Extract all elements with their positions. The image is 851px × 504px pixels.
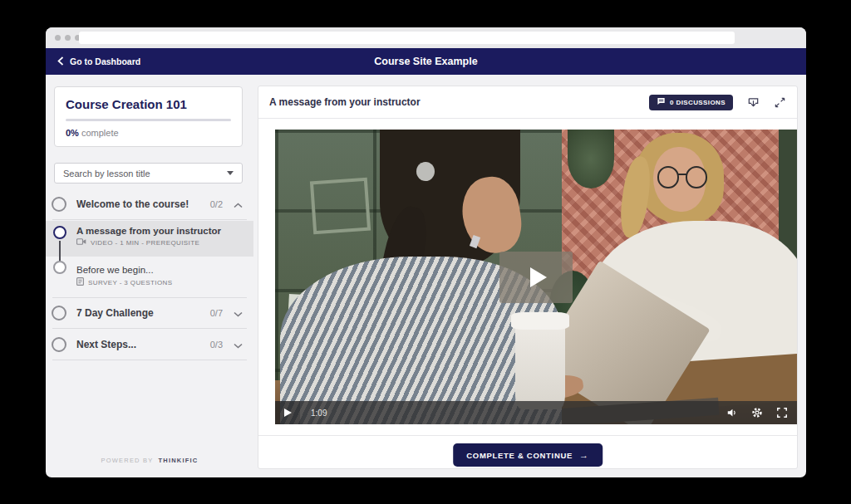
section-welcome[interactable]: Welcome to the course! 0/2 bbox=[46, 193, 253, 216]
footer-divider bbox=[258, 435, 797, 436]
section-progress-circle-icon bbox=[52, 306, 66, 321]
progress-bar bbox=[66, 119, 231, 121]
discussions-count-label: 0 DISCUSSIONS bbox=[670, 99, 726, 106]
lesson-meta: VIDEO - 1 MIN - PREREQUISITE bbox=[76, 238, 245, 247]
download-icon[interactable] bbox=[746, 95, 760, 110]
section-label: Welcome to the course! bbox=[76, 198, 189, 210]
lesson-progress-circle-icon bbox=[53, 226, 66, 239]
address-bar[interactable] bbox=[79, 32, 735, 44]
lesson-meta: SURVEY - 3 QUESTIONS bbox=[76, 277, 245, 287]
section-7-day-challenge[interactable]: 7 Day Challenge 0/7 bbox=[46, 301, 253, 325]
lesson-search-select[interactable]: Search by lesson title bbox=[54, 163, 243, 183]
sidebar-divider bbox=[52, 297, 247, 298]
window-control-dots[interactable] bbox=[55, 35, 81, 41]
section-count: 0/7 bbox=[210, 308, 223, 318]
progress-text: 0% complete bbox=[66, 128, 231, 138]
photo-plant bbox=[568, 130, 615, 188]
complete-continue-label: COMPLETE & CONTINUE bbox=[466, 451, 573, 460]
progress-label: complete bbox=[81, 128, 119, 138]
video-right-controls bbox=[726, 407, 788, 418]
chevron-up-icon[interactable] bbox=[234, 197, 243, 212]
thinkific-brand: THINKIFIC bbox=[159, 457, 199, 464]
section-count: 0/2 bbox=[210, 199, 223, 209]
section-next-steps[interactable]: Next Steps... 0/3 bbox=[46, 333, 253, 356]
lesson-progress-circle-icon bbox=[53, 261, 66, 274]
progress-percent: 0% bbox=[66, 128, 79, 138]
photo-picture-frame bbox=[310, 178, 371, 235]
sidebar-divider bbox=[52, 360, 247, 360]
photo-coffee-cup-lid bbox=[511, 312, 568, 330]
course-progress-card: Course Creation 101 0% complete bbox=[54, 86, 243, 147]
video-control-bar: 1:09 bbox=[275, 401, 797, 424]
chevron-down-icon[interactable] bbox=[234, 306, 243, 321]
lesson-item-message-instructor[interactable]: A message from your instructor VIDEO - 1… bbox=[46, 221, 253, 257]
top-nav: Go to Dashboard Course Site Example bbox=[46, 48, 806, 75]
volume-icon[interactable] bbox=[726, 407, 738, 418]
section-progress-circle-icon bbox=[52, 337, 66, 352]
photo-glasses bbox=[678, 174, 686, 175]
sidebar-divider bbox=[52, 328, 247, 329]
chevron-down-icon[interactable] bbox=[234, 337, 243, 352]
lesson-title: Before we begin... bbox=[76, 265, 245, 275]
lesson-title: A message from your instructor bbox=[76, 226, 245, 236]
window-dot-icon[interactable] bbox=[65, 35, 71, 41]
play-button[interactable] bbox=[275, 401, 300, 424]
section-label: 7 Day Challenge bbox=[76, 307, 154, 319]
lesson-connector-line bbox=[59, 241, 61, 261]
arrow-right-icon: → bbox=[579, 450, 589, 460]
powered-by-footer: POWERED BY THINKIFIC bbox=[46, 457, 253, 464]
play-triangle-icon bbox=[530, 267, 547, 287]
lesson-search-placeholder: Search by lesson title bbox=[63, 169, 150, 179]
course-sidebar: Course Creation 101 0% complete Search b… bbox=[46, 75, 253, 477]
play-overlay-button[interactable] bbox=[499, 252, 573, 303]
lesson-item-before-we-begin[interactable]: Before we begin... SURVEY - 3 QUESTIONS bbox=[46, 260, 253, 292]
window-dot-icon[interactable] bbox=[55, 35, 61, 41]
play-triangle-icon bbox=[284, 409, 292, 417]
video-current-time: 1:09 bbox=[311, 409, 327, 418]
section-progress-circle-icon bbox=[52, 197, 66, 212]
lesson-page-title: A message from your instructor bbox=[269, 96, 421, 108]
settings-gear-icon[interactable] bbox=[751, 407, 763, 418]
lesson-meta-text: SURVEY - 3 QUESTIONS bbox=[88, 279, 173, 286]
caret-down-icon bbox=[227, 171, 234, 175]
section-label: Next Steps... bbox=[76, 339, 136, 350]
lesson-header-actions: 0 DISCUSSIONS bbox=[649, 95, 786, 110]
lesson-header: A message from your instructor 0 DISCUSS… bbox=[258, 86, 797, 119]
photo-glasses bbox=[686, 166, 707, 188]
course-title: Course Creation 101 bbox=[66, 97, 231, 111]
fullscreen-icon[interactable] bbox=[776, 407, 788, 418]
chat-bubble-icon bbox=[657, 97, 666, 107]
section-count: 0/3 bbox=[210, 340, 223, 350]
lesson-meta-text: VIDEO - 1 MIN - PREREQUISITE bbox=[91, 239, 199, 247]
browser-chrome bbox=[46, 27, 806, 48]
course-site-title: Course Site Example bbox=[46, 56, 806, 67]
video-player[interactable]: 1:09 bbox=[275, 130, 797, 424]
complete-continue-button[interactable]: COMPLETE & CONTINUE → bbox=[453, 443, 603, 467]
photo-glasses bbox=[657, 166, 679, 188]
lesson-panel: A message from your instructor 0 DISCUSS… bbox=[258, 86, 798, 469]
expand-arrows-icon[interactable] bbox=[774, 96, 786, 109]
video-camera-icon bbox=[76, 238, 86, 247]
page-body: Course Creation 101 0% complete Search b… bbox=[46, 75, 806, 477]
powered-by-label: POWERED BY bbox=[101, 457, 154, 464]
discussions-button[interactable]: 0 DISCUSSIONS bbox=[649, 95, 733, 110]
browser-window: Go to Dashboard Course Site Example Cour… bbox=[46, 27, 806, 477]
photo-scrunchie bbox=[416, 162, 435, 181]
survey-doc-icon bbox=[76, 277, 84, 287]
sidebar-divider bbox=[52, 219, 247, 220]
